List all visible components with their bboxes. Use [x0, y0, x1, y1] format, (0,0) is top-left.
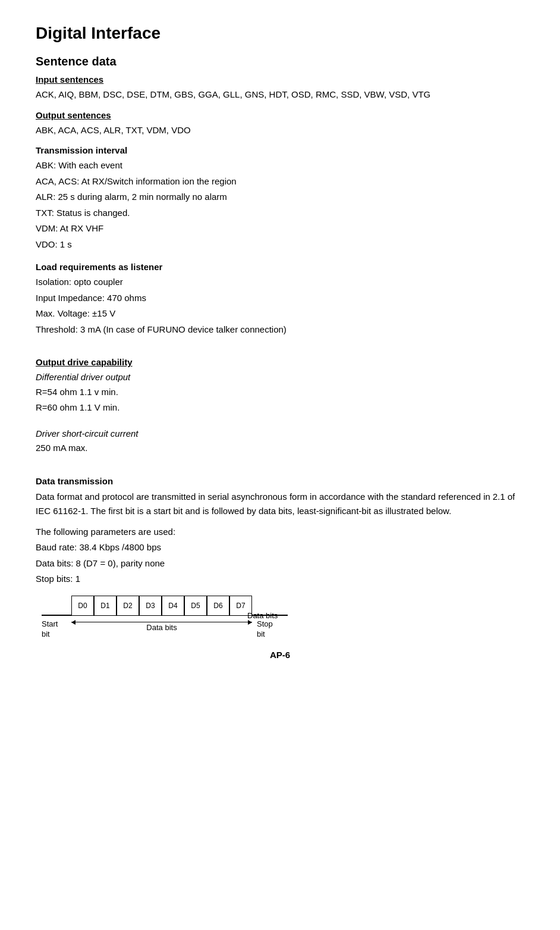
od-line1-0: R=54 ohm 1.1 v min.: [36, 386, 524, 399]
diagram-box-d1: D1: [94, 596, 117, 616]
page-number: AP-6: [270, 650, 290, 660]
diagram-box-d2: D2: [117, 596, 139, 616]
diagram-stop-bit-label: Stopbit: [257, 618, 273, 638]
output-drive-italic2: Driver short-circuit current: [36, 427, 524, 441]
diagram-start-bit-label: Startbit: [42, 618, 71, 638]
od-line2-0: 250 mA max.: [36, 441, 524, 455]
load-requirements-heading: Load requirements as listener: [36, 262, 524, 272]
diagram-box-d4: D4: [162, 596, 184, 616]
dt-para1: Data format and protocol are transmitted…: [36, 490, 524, 518]
dt-param-0: Baud rate: 38.4 Kbps /4800 bps: [36, 541, 524, 555]
output-drive-heading: Output drive capability: [36, 357, 524, 367]
ti-line-4: VDM: At RX VHF: [36, 222, 524, 236]
output-sentences-label: Output sentences: [36, 110, 524, 120]
diagram-arrow-right-stub: [247, 622, 252, 622]
input-sentences-block: Input sentences ACK, AIQ, BBM, DSC, DSE,…: [36, 74, 524, 102]
data-transmission-heading: Data transmission: [36, 476, 524, 486]
ti-line-2: ALR: 25 s during alarm, 2 min normally n…: [36, 190, 524, 204]
diagram-box-d5: D5: [184, 596, 207, 616]
load-requirements-section: Load requirements as listener Isolation:…: [36, 262, 524, 336]
ti-line-5: VDO: 1 s: [36, 238, 524, 252]
data-transmission-section: Data transmission Data format and protoc…: [36, 476, 524, 632]
lr-line-0: Isolation: opto coupler: [36, 275, 524, 289]
diagram-box-d3: D3: [139, 596, 162, 616]
sentence-data-section: Sentence data Input sentences ACK, AIQ, …: [36, 55, 524, 251]
output-sentences-block: Output sentences ABK, ACA, ACS, ALR, TXT…: [36, 110, 524, 137]
ti-line-0: ABK: With each event: [36, 159, 524, 173]
input-sentences-label: Input sentences: [36, 74, 524, 84]
arrow-left-head: [71, 620, 75, 625]
diagram-labels-row: Startbit Data bits Stopbit: [42, 618, 524, 638]
input-sentences-content: ACK, AIQ, BBM, DSC, DSE, DTM, GBS, GGA, …: [36, 88, 524, 102]
dt-para2: The following parameters are used:: [36, 525, 524, 539]
transmission-interval-label: Transmission interval: [36, 145, 524, 155]
page-title: Digital Interface: [36, 24, 524, 43]
diagram-arrow-line: [76, 622, 247, 623]
lr-line-2: Max. Voltage: ±15 V: [36, 307, 524, 321]
sentence-data-heading: Sentence data: [36, 55, 524, 68]
output-sentences-content: ABK, ACA, ACS, ALR, TXT, VDM, VDO: [36, 124, 524, 137]
transmission-interval-block: Transmission interval ABK: With each eve…: [36, 145, 524, 251]
arrow-right-head: [248, 620, 252, 625]
ti-line-1: ACA, ACS: At RX/Switch information ion t…: [36, 175, 524, 189]
diagram-arrow-left-stub: [71, 622, 76, 622]
page-footer: AP-6: [36, 650, 524, 660]
lr-line-3: Threshold: 3 mA (In case of FURUNO devic…: [36, 323, 524, 337]
diagram-row: D0 D1 D2 D3 D4 D5 D6 D7: [42, 596, 524, 616]
lr-line-1: Input Impedance: 470 ohms: [36, 292, 524, 305]
dt-param-1: Data bits: 8 (D7 = 0), parity none: [36, 557, 524, 571]
data-transmission-diagram: D0 D1 D2 D3 D4 D5 D6 D7 Startbit: [42, 596, 524, 632]
od-line1-1: R=60 ohm 1.1 V min.: [36, 401, 524, 415]
ti-line-3: TXT: Status is changed.: [36, 206, 524, 220]
diagram-left-line: [42, 596, 71, 616]
diagram-box-d0: D0: [71, 596, 94, 616]
output-drive-italic1: Differential driver output: [36, 371, 524, 384]
diagram-arrow-container: Data bits: [71, 622, 252, 623]
diagram-box-d6: D6: [207, 596, 229, 616]
dt-param-2: Stop bits: 1: [36, 572, 524, 586]
output-drive-section: Output drive capability Differential dri…: [36, 357, 524, 455]
